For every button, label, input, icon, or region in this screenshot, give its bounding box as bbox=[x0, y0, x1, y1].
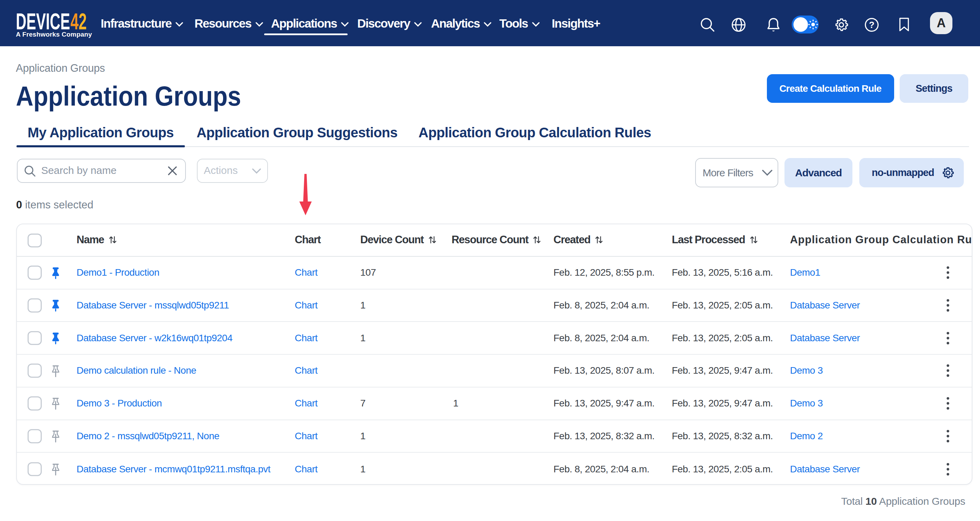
svg-text:?: ? bbox=[869, 20, 875, 30]
